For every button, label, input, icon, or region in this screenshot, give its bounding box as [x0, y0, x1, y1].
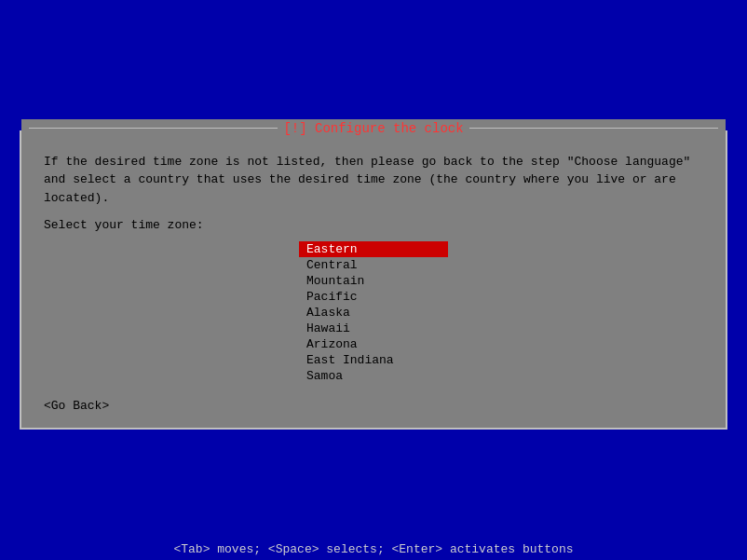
title-bar-line-right: [469, 128, 718, 129]
timezone-item-east-indiana[interactable]: East Indiana: [299, 352, 448, 368]
description: If the desired time zone is not listed, …: [44, 153, 703, 208]
buttons-row: <Go Back>: [44, 399, 703, 413]
timezone-item-arizona[interactable]: Arizona: [299, 336, 448, 352]
timezone-item-pacific[interactable]: Pacific: [299, 289, 448, 305]
timezone-item-hawaii[interactable]: Hawaii: [299, 321, 448, 336]
timezone-list: EasternCentralMountainPacificAlaskaHawai…: [299, 241, 448, 384]
dialog-title-bar: [!] Configure the clock: [21, 119, 726, 138]
timezone-item-mountain[interactable]: Mountain: [299, 273, 448, 289]
go-back-button[interactable]: <Go Back>: [44, 399, 109, 413]
timezone-item-central[interactable]: Central: [299, 257, 448, 273]
configure-clock-dialog: [!] Configure the clock If the desired t…: [20, 130, 727, 430]
dialog-body: If the desired time zone is not listed, …: [21, 138, 726, 429]
timezone-item-alaska[interactable]: Alaska: [299, 305, 448, 321]
timezone-item-samoa[interactable]: Samoa: [299, 368, 448, 384]
dialog-title: [!] Configure the clock: [278, 121, 469, 136]
prompt-text: Select your time zone:: [44, 218, 703, 232]
description-line2: and select a country that uses the desir…: [44, 172, 676, 186]
status-bar: <Tab> moves; <Space> selects; <Enter> ac…: [0, 539, 747, 560]
description-line3: located).: [44, 191, 109, 205]
title-bar-line-left: [29, 128, 278, 129]
description-line1: If the desired time zone is not listed, …: [44, 155, 690, 169]
timezone-item-eastern[interactable]: Eastern: [299, 241, 448, 257]
